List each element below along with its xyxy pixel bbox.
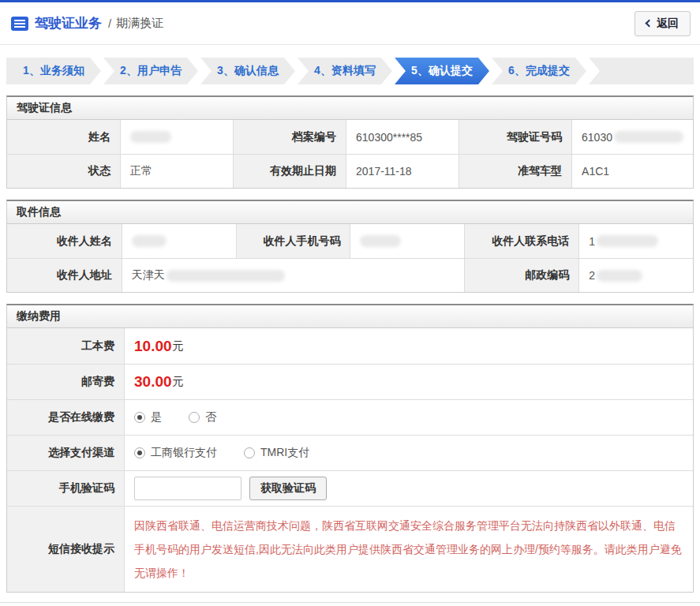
name-label: 姓名 — [7, 120, 120, 154]
sms-code-input[interactable] — [134, 477, 241, 500]
license-no-value: 61030 — [571, 120, 693, 154]
expiry-value: 2017-11-18 — [346, 154, 459, 188]
name-value — [120, 120, 233, 154]
redacted-value — [360, 235, 401, 247]
step-4-fill-material[interactable]: 4、资料填写 — [298, 58, 392, 84]
payment-section: 缴纳费用 工本费 10.00元 邮寄费 30.00元 是否在线缴费 是 否 — [6, 304, 694, 593]
file-no-value: 610300****85 — [346, 120, 459, 154]
recipient-name-value — [122, 224, 236, 258]
radio-selected-icon[interactable] — [134, 447, 145, 458]
step-2-user-declaration[interactable]: 2、用户申告 — [103, 58, 198, 84]
radio-selected-icon[interactable] — [134, 412, 145, 423]
license-no-label: 驾驶证号码 — [459, 120, 571, 154]
sms-code-row: 获取验证码 — [124, 470, 693, 506]
payment-section-title: 缴纳费用 — [7, 305, 693, 328]
page-header: 驾驶证业务 / 期满换证 返回 — [0, 2, 700, 45]
channel-icbc-option[interactable]: 工商银行支付 — [134, 446, 217, 460]
license-info-section: 驾驶证信息 姓名 档案编号 610300****85 驾驶证号码 61030 状… — [6, 95, 694, 189]
mailing-fee-label: 邮寄费 — [7, 364, 124, 399]
sms-notice-label: 短信接收提示 — [7, 506, 124, 592]
online-payment-options: 是 否 — [124, 399, 693, 435]
document-list-icon — [11, 17, 28, 31]
back-button-label: 返回 — [657, 17, 679, 31]
payment-channel-options: 工商银行支付 TMRI支付 — [124, 435, 693, 470]
redacted-value — [597, 235, 658, 247]
page: 驾驶证业务 / 期满换证 返回 1、业务须知 2、用户申告 3、确认信息 4、资… — [0, 0, 700, 606]
chevron-left-icon — [646, 20, 653, 28]
recipient-phone-label: 收件人联系电话 — [464, 224, 578, 258]
recipient-mobile-value — [350, 224, 464, 258]
vehicle-type-label: 准驾车型 — [459, 154, 571, 188]
online-yes-label: 是 — [151, 410, 162, 425]
online-no-label: 否 — [205, 410, 216, 425]
breadcrumb-current: 期满换证 — [116, 16, 163, 31]
online-yes-option[interactable]: 是 — [134, 410, 162, 425]
sms-code-label: 手机验证码 — [7, 470, 124, 506]
radio-unselected-icon[interactable] — [189, 412, 200, 423]
postcode-label: 邮政编码 — [464, 258, 578, 292]
sms-notice-text: 因陕西省联通、电信运营商技术问题，陕西省互联网交通安全综合服务管理平台无法向持陕… — [125, 507, 693, 592]
recipient-phone-value: 1 — [578, 224, 693, 258]
channel-icbc-label: 工商银行支付 — [151, 446, 217, 460]
back-button[interactable]: 返回 — [634, 11, 691, 36]
online-payment-label: 是否在线缴费 — [7, 399, 124, 435]
redacted-value — [130, 131, 171, 143]
file-no-label: 档案编号 — [233, 120, 346, 154]
recipient-address-label: 收件人地址 — [7, 258, 122, 292]
expiry-label: 有效期止日期 — [233, 154, 346, 188]
channel-tmri-option[interactable]: TMRI支付 — [244, 446, 309, 460]
license-section-title: 驾驶证信息 — [7, 97, 693, 120]
page-title: 驾驶证业务 — [35, 14, 102, 32]
footer-actions: 上一步 完成 — [0, 593, 700, 606]
redacted-value — [132, 235, 167, 247]
get-code-button[interactable]: 获取验证码 — [249, 477, 327, 500]
channel-tmri-label: TMRI支付 — [260, 446, 309, 460]
redacted-value — [614, 131, 683, 143]
vehicle-type-value: A1C1 — [571, 154, 693, 188]
step-1-business-notice[interactable]: 1、业务须知 — [6, 58, 101, 84]
sms-notice-cell: 因陕西省联通、电信运营商技术问题，陕西省互联网交通安全综合服务管理平台无法向持陕… — [124, 506, 693, 592]
step-nav-filler — [589, 58, 694, 84]
online-no-option[interactable]: 否 — [189, 410, 216, 425]
postcode-value: 2 — [578, 258, 693, 292]
production-fee-value: 10.00元 — [124, 328, 693, 364]
redacted-value — [167, 270, 285, 282]
recipient-name-label: 收件人姓名 — [7, 224, 122, 258]
payment-channel-label: 选择支付渠道 — [7, 435, 124, 470]
production-fee-label: 工本费 — [7, 328, 124, 364]
radio-unselected-icon[interactable] — [244, 447, 255, 458]
redacted-value — [597, 270, 642, 282]
pickup-section-title: 取件信息 — [7, 201, 693, 224]
recipient-address-value: 天津天 — [122, 258, 465, 292]
bottom-divider — [0, 602, 700, 603]
pickup-info-section: 取件信息 收件人姓名 收件人手机号码 收件人联系电话 1 收件人地址 天津天 邮… — [6, 200, 694, 293]
recipient-mobile-label: 收件人手机号码 — [236, 224, 350, 258]
step-nav: 1、业务须知 2、用户申告 3、确认信息 4、资料填写 5、确认提交 6、完成提… — [6, 58, 694, 84]
mailing-fee-value: 30.00元 — [124, 364, 693, 399]
step-5-confirm-submit[interactable]: 5、确认提交 — [395, 58, 489, 84]
status-value: 正常 — [120, 154, 233, 188]
step-3-confirm-info[interactable]: 3、确认信息 — [200, 58, 295, 84]
status-label: 状态 — [7, 154, 120, 188]
breadcrumb-separator: / — [108, 17, 111, 30]
step-6-complete-submit[interactable]: 6、完成提交 — [492, 58, 586, 84]
